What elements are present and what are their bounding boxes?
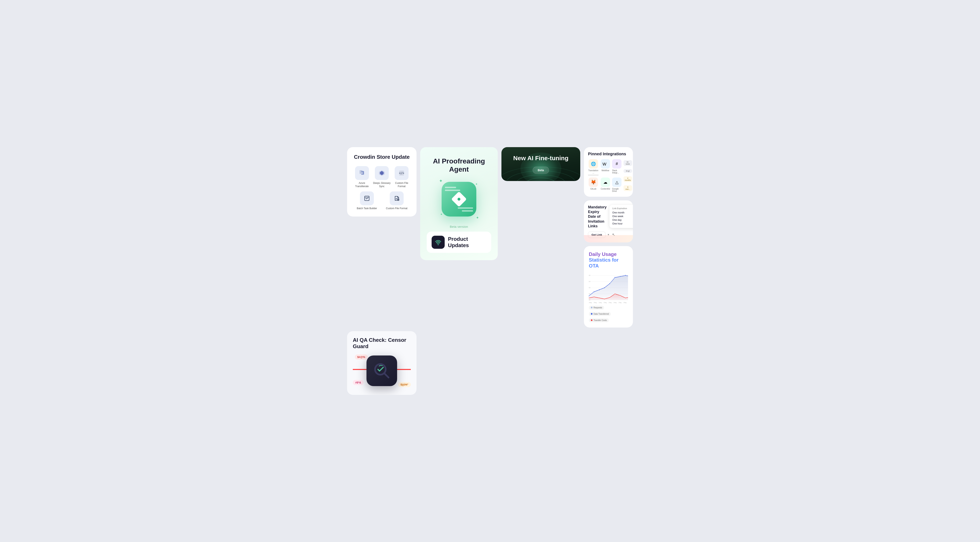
sparkle-top-left-icon: ✦	[439, 178, 442, 184]
contentful-label: Contentful	[601, 188, 610, 190]
svg-point-23	[599, 289, 600, 290]
sparkle-bottom-right-icon: ✦	[476, 216, 479, 220]
slack-label: Slack Integr...	[612, 169, 622, 174]
svg-text:W: W	[603, 162, 606, 166]
inv-option-month[interactable]: One month	[612, 211, 633, 215]
main-wrapper: Crowdin Store Update A Azure Translitera…	[347, 147, 633, 395]
svg-text:24 aug: 24 aug	[614, 302, 617, 303]
eye-line-1	[445, 187, 456, 188]
azure-item: A Azure Transliterate	[353, 166, 371, 188]
gdrive-icon: △	[612, 178, 622, 187]
int-sidebar-id: ID: 8499	[624, 160, 632, 166]
invitation-card: Mandatory Expiry Date of Invitation Link…	[584, 200, 633, 242]
azure-icon: A	[355, 166, 369, 180]
qa-check-visual: $#@% #$*& $)(ȯN°	[353, 353, 411, 389]
svg-point-33	[609, 297, 610, 298]
inv-option-week[interactable]: One week	[612, 215, 633, 218]
eye-diamond	[451, 191, 467, 207]
ai-proofreading-card: AI Proofreading Agent ✦ ✦ ✦ ✦	[420, 147, 498, 261]
svg-point-26	[614, 277, 616, 278]
svg-text:0.2: 0.2	[589, 293, 590, 294]
translation-bar	[588, 175, 599, 175]
integrations-content: 🌐 Translation ... W Webflow	[588, 159, 629, 192]
eye-lines-top	[445, 187, 473, 191]
transferred-dot	[591, 313, 592, 315]
integrations-title: Pinned Integrations	[588, 152, 629, 156]
integration-translation[interactable]: 🌐 Translation ...	[588, 159, 599, 175]
webflow-label: Webflow	[601, 169, 609, 172]
svg-text:23 aug: 23 aug	[609, 302, 611, 303]
eye-line-4	[462, 210, 473, 211]
svg-text:22 aug: 22 aug	[604, 302, 606, 303]
slack-icon: #	[612, 159, 622, 168]
integration-contentful[interactable]: ☁ Contentful	[601, 178, 610, 192]
int-sidebar-lang: Engl	[624, 169, 632, 173]
svg-point-34	[614, 293, 616, 294]
svg-point-31	[599, 297, 600, 299]
custom2-item: 🏷 Custom File Format	[383, 191, 411, 210]
integration-slack[interactable]: # Slack Integr...	[612, 159, 622, 175]
inv-option-day[interactable]: One day	[612, 218, 633, 222]
integration-gitlab[interactable]: 🦊 GitLab	[588, 178, 599, 192]
svg-text:A: A	[361, 172, 363, 175]
integration-webflow[interactable]: W Webflow	[601, 159, 610, 175]
stats-card: Daily Usage Statistics for OTA	[584, 246, 633, 327]
product-updates-icon	[432, 236, 445, 249]
product-updates-card: Product Updates	[427, 232, 491, 253]
svg-point-27	[620, 276, 620, 277]
custom2-label: Custom File Format	[386, 207, 407, 210]
sparkle-top-right-icon: ✦	[475, 183, 478, 186]
svg-text:20 aug: 20 aug	[594, 302, 597, 303]
stats-title: Daily Usage Statistics for OTA	[589, 251, 628, 269]
integrations-card: Pinned Integrations 🌐 Translation ...	[584, 147, 633, 197]
int-sidebar-months1: 4 months	[624, 176, 632, 182]
contentful-icon: ☁	[601, 178, 610, 187]
store-icons-row1: A Azure Transliterate	[353, 166, 411, 188]
invitation-dropdown[interactable]: Link Expiration One month One week One d…	[609, 205, 633, 228]
store-title: Crowdin Store Update	[353, 154, 411, 161]
azure-label: Azure Transliterate	[353, 182, 371, 188]
qa-check-title: AI QA Check: Censor Guard	[353, 337, 411, 350]
svg-point-53	[527, 178, 555, 181]
stats-chart-svg: 0.5 0.4 0.3 0.2 0.0 19 aug 20 aug 21 aug…	[589, 272, 628, 304]
svg-point-22	[593, 291, 594, 292]
transferred-label: Data Transferred	[593, 313, 609, 315]
eye-dot	[458, 198, 460, 200]
custom1-label: Custom File Format	[393, 182, 411, 188]
magnifier-icon	[372, 362, 391, 380]
translation-label: Translation ...	[588, 169, 599, 174]
svg-point-5	[381, 172, 382, 174]
stats-title-ota: OTA	[589, 263, 599, 269]
product-updates-title: Product Updates	[448, 236, 486, 248]
costs-label: Transfer Costs	[593, 319, 607, 321]
deepl-icon	[375, 166, 389, 180]
wifi-icon	[434, 238, 442, 246]
sparkle-bottom-left-icon: ✦	[440, 213, 442, 216]
qa-badge-hash: #$*&	[353, 380, 364, 385]
svg-text:</>: </>	[399, 172, 404, 175]
svg-point-14	[438, 244, 439, 245]
custom1-item: </> Custom File Format	[393, 166, 411, 188]
crowdin-store-card: Crowdin Store Update A Azure Translitera…	[347, 147, 417, 217]
eye-line-2	[445, 189, 460, 191]
ai-proofreading-title: AI Proofreading Agent	[427, 157, 491, 174]
svg-point-36	[625, 297, 626, 299]
batch-item: Batch Task Builder	[353, 191, 381, 210]
svg-point-32	[604, 298, 605, 300]
svg-point-28	[625, 275, 626, 276]
invitation-content: Mandatory Expiry Date of Invitation Link…	[588, 205, 629, 229]
beta-version-label: Beta version	[450, 225, 468, 228]
costs-dot	[591, 319, 592, 321]
svg-text:25 aug: 25 aug	[619, 302, 622, 303]
right-main-column: Pinned Integrations 🌐 Translation ...	[584, 147, 633, 327]
fine-tuning-title: New AI Fine-tuning	[513, 154, 569, 162]
integration-gdrive[interactable]: △ Google Drive	[612, 178, 622, 192]
ai-eye-box	[442, 182, 476, 216]
deepl-label: DeepL Glossary Sync	[372, 182, 391, 188]
inv-option-hour[interactable]: One hour	[612, 222, 633, 226]
store-icons-row2: Batch Task Builder 🏷 Cust	[353, 191, 411, 210]
svg-text:0.4: 0.4	[589, 281, 590, 282]
batch-label: Batch Task Builder	[357, 207, 377, 210]
qa-check-card: AI QA Check: Censor Guard $#@% #$*& $)(ȯ…	[347, 331, 417, 395]
webflow-icon: W	[601, 159, 610, 168]
